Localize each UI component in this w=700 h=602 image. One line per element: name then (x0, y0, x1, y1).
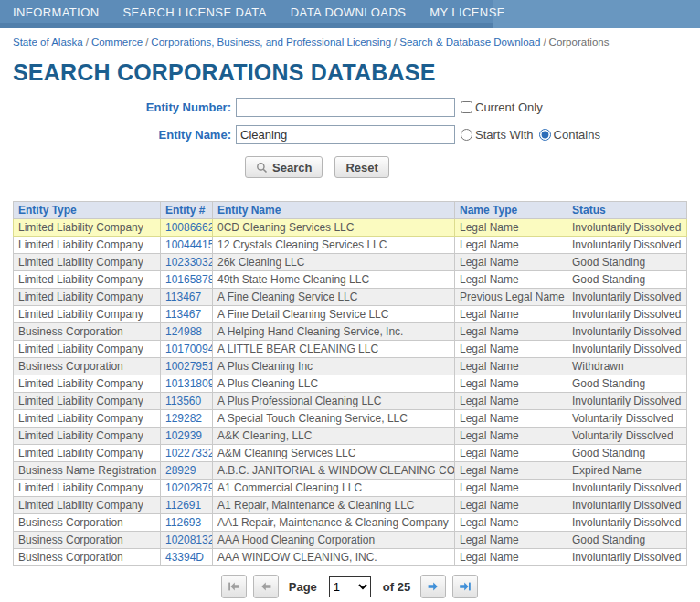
results-table-body: Limited Liability Company100866620CD Cle… (14, 219, 687, 566)
table-row[interactable]: Limited Liability Company102939A&K Clean… (14, 428, 687, 445)
table-row[interactable]: Business Corporation43394DAAA WINDOW CLE… (14, 549, 687, 566)
table-row[interactable]: Limited Liability Company1004441512 Crys… (14, 237, 687, 254)
cell-entity-name: A Plus Cleaning LLC (213, 375, 455, 393)
table-row[interactable]: Business Corporation10208132AAA Hood Cle… (14, 532, 687, 549)
cell-entity-name: AAA Hood Cleaning Corporation (213, 532, 455, 549)
table-row[interactable]: Limited Liability Company113467A Fine De… (14, 306, 687, 323)
table-row[interactable]: Business Corporation124988A Helping Hand… (14, 323, 687, 341)
header-entity-number[interactable]: Entity # (161, 202, 213, 219)
next-page-button[interactable] (420, 575, 446, 598)
cell-entity-number: 10202879 (161, 480, 213, 497)
page-select[interactable]: 1 (329, 576, 371, 597)
table-row[interactable]: Limited Liability Company10227332A&M Cle… (14, 445, 687, 462)
table-row[interactable]: Limited Liability Company113560A Plus Pr… (14, 393, 687, 410)
entity-number-link[interactable]: 10165878 (165, 273, 213, 286)
search-button[interactable]: Search (245, 156, 323, 178)
table-row[interactable]: Limited Liability Company129282A Special… (14, 410, 687, 428)
table-row[interactable]: Business Corporation112693AA1 Repair, Ma… (14, 514, 687, 532)
cell-entity-type: Business Corporation (14, 514, 161, 532)
cell-entity-type: Business Corporation (14, 549, 161, 566)
breadcrumb: State of Alaska/Commerce/Corporations, B… (0, 28, 700, 48)
entity-number-link[interactable]: 129282 (165, 412, 202, 425)
header-entity-type[interactable]: Entity Type (14, 202, 161, 219)
current-only-checkbox[interactable] (461, 101, 472, 113)
cell-status: Involuntarily Dissolved (567, 497, 687, 514)
cell-entity-name: A.B.C. JANITORIAL & WINDOW CLEANING CO (213, 462, 455, 480)
cell-entity-name: AA1 Repair, Maintenance & Cleaning Compa… (213, 514, 455, 532)
cell-status: Voluntarily Dissolved (567, 410, 687, 428)
header-entity-name[interactable]: Entity Name (213, 202, 455, 219)
previous-page-button[interactable] (253, 575, 279, 598)
contains-label: Contains (554, 128, 600, 142)
breadcrumb-link-search-database-download[interactable]: Search & Database Download (399, 37, 540, 48)
entity-number-link[interactable]: 124988 (165, 325, 202, 338)
entity-number-link[interactable]: 102939 (165, 429, 202, 442)
reset-button[interactable]: Reset (334, 156, 388, 178)
cell-status: Good Standing (567, 254, 687, 271)
cell-status: Good Standing (567, 532, 687, 549)
cell-entity-name: A1 Commercial Cleaning LLC (213, 480, 455, 497)
table-row[interactable]: Limited Liability Company112691A1 Repair… (14, 497, 687, 514)
breadcrumb-link-state-of-alaska[interactable]: State of Alaska (13, 37, 83, 48)
cell-entity-number: 112691 (161, 497, 213, 514)
entity-number-link[interactable]: 10027951 (165, 360, 213, 373)
entity-number-link[interactable]: 10202879 (165, 481, 213, 494)
entity-name-input[interactable] (236, 125, 455, 144)
entity-number-link[interactable]: 113560 (165, 395, 201, 407)
cell-status: Withdrawn (567, 358, 687, 375)
entity-number-link[interactable]: 10086662 (165, 221, 213, 234)
contains-radio[interactable] (539, 129, 551, 141)
first-page-button[interactable] (221, 575, 247, 598)
cell-entity-number: 129282 (161, 410, 213, 428)
starts-with-label: Starts With (475, 128, 534, 142)
table-row[interactable]: Business Corporation10027951A Plus Clean… (14, 358, 687, 375)
last-page-button[interactable] (452, 575, 478, 598)
nav-item-search-license-data[interactable]: SEARCH LICENSE DATA (122, 5, 266, 19)
starts-with-radio[interactable] (461, 129, 472, 141)
entity-number-row: Entity Number: Current Only (0, 98, 700, 117)
nav-item-my-license[interactable]: MY LICENSE (430, 5, 505, 19)
entity-number-link[interactable]: 112693 (165, 516, 201, 529)
entity-number-link[interactable]: 10233032 (165, 256, 213, 269)
header-status[interactable]: Status (567, 202, 687, 219)
table-row[interactable]: Limited Liability Company113467A Fine Cl… (14, 289, 687, 306)
table-header-row: Entity Type Entity # Entity Name Name Ty… (14, 202, 687, 219)
entity-number-link[interactable]: 10131809 (165, 377, 213, 390)
cell-entity-type: Limited Liability Company (14, 254, 161, 271)
entity-number-link[interactable]: 43394D (165, 551, 204, 564)
nav-item-data-downloads[interactable]: DATA DOWNLOADS (291, 5, 406, 19)
entity-number-link[interactable]: 10170094 (165, 343, 213, 355)
table-row[interactable]: Limited Liability Company10131809A Plus … (14, 375, 687, 393)
table-row[interactable]: Business Name Registration28929A.B.C. JA… (14, 462, 687, 480)
breadcrumb-separator: / (394, 37, 397, 48)
breadcrumb-link-licensing[interactable]: Corporations, Business, and Professional… (151, 37, 391, 48)
header-name-type[interactable]: Name Type (455, 202, 567, 219)
cell-entity-type: Business Corporation (14, 358, 161, 375)
entity-number-link[interactable]: 28929 (165, 464, 196, 477)
entity-number-link[interactable]: 112691 (165, 499, 201, 512)
table-row[interactable]: Limited Liability Company1016587849th St… (14, 271, 687, 289)
cell-name-type: Legal Name (455, 393, 567, 410)
entity-number-link[interactable]: 10208132 (165, 533, 213, 546)
cell-entity-type: Limited Liability Company (14, 341, 161, 358)
entity-number-link[interactable]: 113467 (165, 308, 201, 321)
breadcrumb-link-commerce[interactable]: Commerce (91, 37, 143, 48)
cell-entity-number: 10086662 (161, 219, 213, 237)
cell-entity-name: A Plus Cleaning Inc (213, 358, 455, 375)
cell-name-type: Legal Name (455, 410, 567, 428)
cell-entity-name: A&K Cleaning, LLC (213, 428, 455, 445)
table-row[interactable]: Limited Liability Company100866620CD Cle… (14, 219, 687, 237)
table-row[interactable]: Limited Liability Company1023303226k Cle… (14, 254, 687, 271)
cell-name-type: Legal Name (455, 306, 567, 323)
table-row[interactable]: Limited Liability Company10202879A1 Comm… (14, 480, 687, 497)
table-row[interactable]: Limited Liability Company10170094A LITTL… (14, 341, 687, 358)
cell-entity-name: A Fine Cleaning Service LLC (213, 289, 455, 306)
next-page-icon (427, 580, 440, 593)
entity-number-link[interactable]: 113467 (165, 290, 201, 303)
cell-status: Expired Name (567, 462, 687, 480)
entity-number-link[interactable]: 10044415 (165, 238, 213, 251)
nav-item-information[interactable]: INFORMATION (13, 5, 99, 19)
cell-status: Involuntarily Dissolved (567, 393, 687, 410)
entity-number-input[interactable] (236, 98, 455, 117)
entity-number-link[interactable]: 10227332 (165, 447, 213, 459)
